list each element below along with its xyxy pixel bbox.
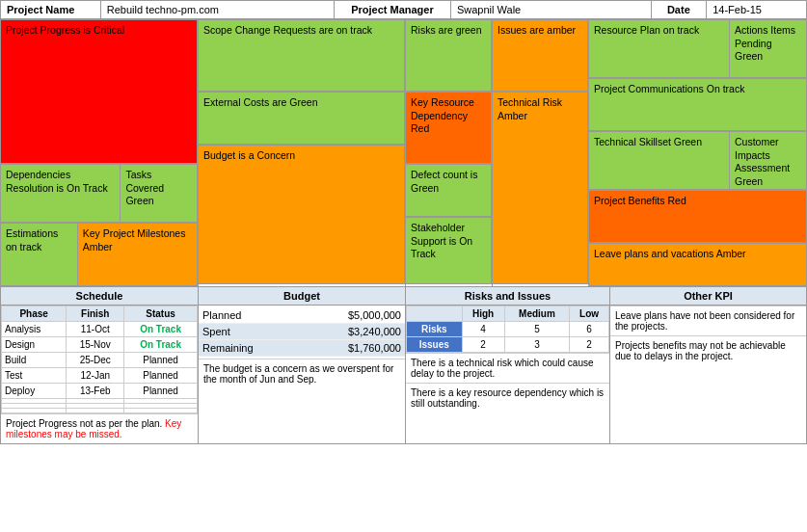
risks-col-low: Low [570,306,609,322]
status-build: Planned [124,353,198,368]
estimations-cell: Estimations on track [1,224,78,286]
project-benefits-cell: Project Benefits Red [589,190,807,243]
budget-spent-row: Spent $3,240,000 [199,324,405,340]
budget-planned-label: Planned [202,309,241,321]
budget-concern-cell: Budget is a Concern [199,145,405,284]
issues-row: Issues 2 3 2 [407,337,609,353]
phase-test: Test [2,368,67,384]
budget-spent-label: Spent [202,326,230,337]
risks-note1: There is a technical risk which could ca… [406,353,609,383]
risks-section: Risks and Issues High Medium Low Risks 4… [406,287,610,443]
technical-risk-cell: Technical Risk Amber [493,92,588,284]
status-design: On Track [124,337,198,353]
other-kpi-section: Other KPI Leave plans have not been cons… [610,287,807,443]
schedule-title: Schedule [1,287,198,306]
table-row: Deploy 13-Feb Planned [2,384,198,399]
table-row: Design 15-Nov On Track [2,337,198,353]
schedule-section: Schedule Phase Finish Status Analysis 11… [1,287,199,443]
issues-low: 2 [570,337,609,353]
budget-section: Budget Planned $5,000,000 Spent $3,240,0… [199,287,406,443]
bottom-section: Schedule Phase Finish Status Analysis 11… [0,287,807,444]
scope-change-cell: Scope Change Requests are on track [199,19,405,92]
customer-impacts-cell: Customer Impacts Assessment Green [730,132,807,190]
phase-deploy: Deploy [2,384,67,399]
risks-col-type [407,306,463,322]
risks-label: Risks [407,322,463,337]
stakeholder-cell: Stakeholder Support is On Track [406,217,492,284]
resource-plan-cell: Resource Plan on track [589,20,730,78]
key-milestones-cell: Key Project Milestones Amber [78,224,198,286]
status-deploy: Planned [124,384,198,399]
risks-high: 4 [462,322,504,337]
budget-title: Budget [199,287,405,306]
risks-low: 6 [570,322,609,337]
risks-col-high: High [462,306,504,322]
issues-medium: 3 [504,337,570,353]
defect-count-cell: Defect count is Green [406,164,492,217]
budget-note: The budget is a concern as we overspent … [199,359,405,388]
table-row: Test 12-Jan Planned [2,368,198,384]
finish-test: 12-Jan [67,368,124,384]
schedule-note-red: Key milestones may be missed. [6,418,181,439]
budget-remaining-value: $1,760,000 [348,342,401,354]
risks-medium: 5 [504,322,570,337]
budget-spent-value: $3,240,000 [348,326,401,337]
phase-analysis: Analysis [2,322,67,337]
budget-remaining-row: Remaining $1,760,000 [199,340,405,357]
header-table: Project Name Rebuild techno-pm.com Proje… [0,0,807,19]
project-progress-cell: Project Progress is Critical [1,19,198,164]
budget-remaining-label: Remaining [202,342,254,354]
date-label: Date [651,1,707,19]
table-row: Build 25-Dec Planned [2,353,198,368]
risks-title: Risks and Issues [406,287,609,306]
risks-table: High Medium Low Risks 4 5 6 Issues 2 3 2 [406,306,609,353]
actions-items-cell: Actions Items Pending Green [730,20,807,78]
col-finish: Finish [67,306,124,322]
project-name-label: Project Name [1,1,101,19]
status-analysis: On Track [124,322,198,337]
other-kpi-note2: Projects benefits may not be achievable … [610,335,806,365]
phase-build: Build [2,353,67,368]
table-row [2,409,198,413]
tasks-covered-cell: Tasks Covered Green [121,165,198,223]
project-comms-cell: Project Communications On track [589,78,807,131]
project-name-value: Rebuild techno-pm.com [100,1,334,19]
risks-green-cell: Risks are green [406,19,492,92]
finish-build: 25-Dec [67,353,124,368]
schedule-table: Phase Finish Status Analysis 11-Oct On T… [1,306,198,413]
budget-planned-value: $5,000,000 [348,309,401,321]
key-resource-cell: Key Resource Dependency Red [406,92,492,164]
project-manager-label: Project Manager [334,1,450,19]
risks-row: Risks 4 5 6 [407,322,609,337]
project-manager-value: Swapnil Wale [450,1,651,19]
budget-planned-row: Planned $5,000,000 [199,307,405,324]
finish-deploy: 13-Feb [67,384,124,399]
col-phase: Phase [2,306,67,322]
other-kpi-note1: Leave plans have not been considered for… [610,306,806,335]
risks-note2: There is a key resource dependency which… [406,383,609,412]
date-value: 14-Feb-15 [707,1,807,19]
phase-design: Design [2,337,67,353]
finish-analysis: 11-Oct [67,322,124,337]
issues-high: 2 [462,337,504,353]
table-row: Analysis 11-Oct On Track [2,322,198,337]
finish-design: 15-Nov [67,337,124,353]
leave-plans-cell: Leave plans and vacations Amber [589,243,807,286]
risks-col-medium: Medium [504,306,570,322]
schedule-note: Project Progress not as per the plan. Ke… [1,413,198,443]
issues-amber-cell: Issues are amber [493,19,588,92]
status-test: Planned [124,368,198,384]
col-status: Status [124,306,198,322]
external-costs-cell: External Costs are Green [199,92,405,145]
other-kpi-title: Other KPI [610,287,806,306]
issues-label: Issues [407,337,463,353]
technical-skillset-cell: Technical Skillset Green [589,132,730,190]
dependencies-cell: Dependencies Resolution is On Track [1,165,121,223]
